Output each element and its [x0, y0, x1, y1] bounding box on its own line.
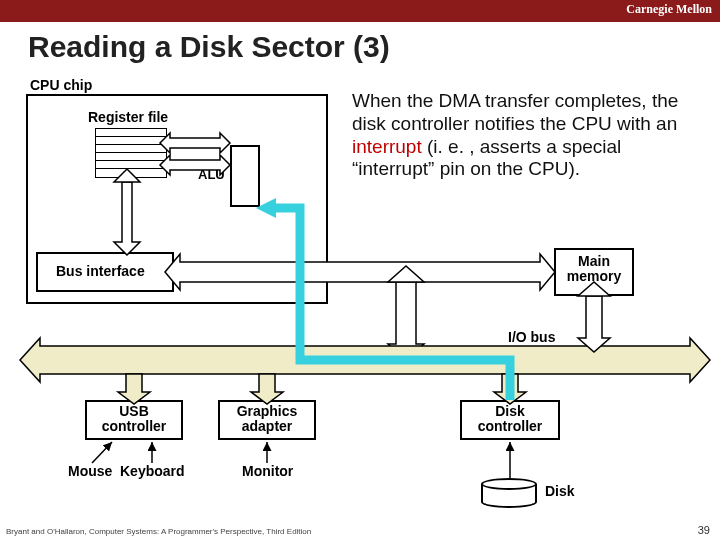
org-name: Carnegie Mellon [626, 2, 712, 17]
monitor-label: Monitor [242, 464, 293, 479]
register-file-box [95, 128, 167, 178]
usb-controller-label: USB controller [95, 404, 173, 435]
usb-l1: USB [119, 403, 149, 419]
svg-marker-11 [578, 296, 610, 352]
disk-ctrl-l1: Disk [495, 403, 525, 419]
description-text: When the DMA transfer completes, the dis… [352, 90, 702, 181]
desc-part1: When the DMA transfer completes, the dis… [352, 90, 678, 134]
alu-box [230, 145, 260, 207]
footer-citation: Bryant and O'Hallaron, Computer Systems:… [6, 527, 311, 536]
gfx-l2: adapter [242, 418, 293, 434]
svg-marker-5 [388, 282, 424, 360]
disk-label: Disk [545, 484, 575, 499]
gfx-l1: Graphics [237, 403, 298, 419]
usb-l2: controller [102, 418, 167, 434]
io-bus-label: I/O bus [508, 330, 555, 345]
main-memory-l1: Main [578, 253, 610, 269]
mouse-label: Mouse [68, 464, 112, 479]
svg-marker-6 [388, 266, 424, 282]
main-memory-l2: memory [567, 268, 621, 284]
svg-line-13 [92, 442, 112, 463]
register-file-label: Register file [88, 110, 168, 125]
svg-marker-7 [20, 338, 710, 382]
keyboard-label: Keyboard [120, 464, 185, 479]
bus-interface-label: Bus interface [56, 264, 145, 279]
main-memory-label: Main memory [564, 254, 624, 285]
desc-highlight: interrupt [352, 136, 422, 157]
disk-controller-label: Disk controller [470, 404, 550, 435]
graphics-adapter-label: Graphics adapter [228, 404, 306, 435]
disk-ctrl-l2: controller [478, 418, 543, 434]
alu-label: ALU [198, 168, 225, 182]
disk-icon [481, 478, 537, 508]
page-number: 39 [698, 524, 710, 536]
header-bar [0, 0, 720, 22]
cpu-chip-label: CPU chip [30, 78, 92, 93]
slide-title: Reading a Disk Sector (3) [28, 30, 390, 64]
